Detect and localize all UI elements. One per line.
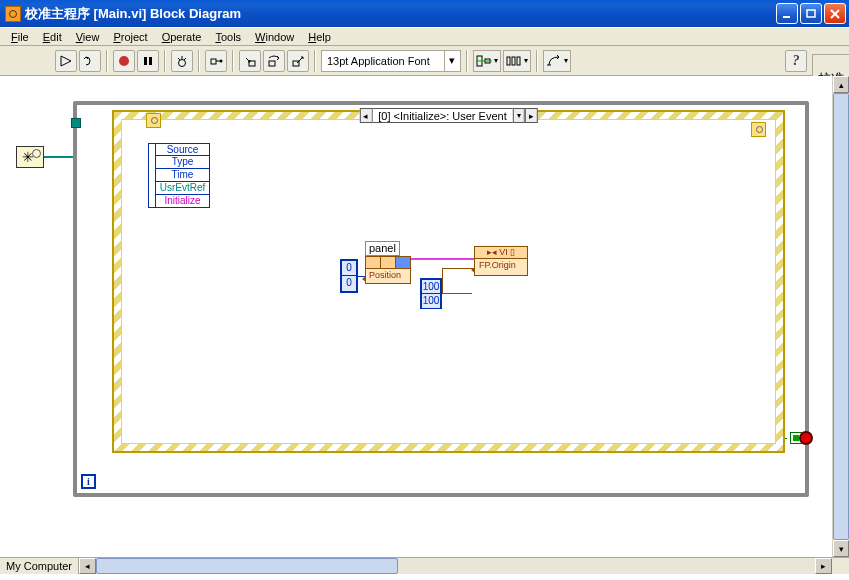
svg-rect-0 <box>783 16 790 18</box>
wire <box>442 268 474 269</box>
chevron-down-icon: ▾ <box>444 51 458 71</box>
wire <box>442 268 443 293</box>
svg-point-5 <box>179 59 186 66</box>
menu-edit[interactable]: Edit <box>36 28 69 46</box>
font-selector[interactable]: 13pt Application Font▾ <box>321 50 461 72</box>
event-structure[interactable]: ◂ [0] <Initialize>: User Event ▾ ▸ Sourc… <box>112 110 785 453</box>
title-bar: 校准主程序 [Main.vi] Block Diagram <box>0 0 849 27</box>
case-dropdown-button[interactable]: ▾ <box>513 108 525 123</box>
cluster-constant-zero[interactable]: 0 0 <box>340 259 358 293</box>
status-bar: My Computer ◂ ▸ <box>0 557 849 574</box>
dynamic-event-terminal-right[interactable] <box>751 122 766 137</box>
event-field[interactable]: Initialize <box>155 195 210 208</box>
scroll-up-button[interactable]: ▴ <box>833 76 849 93</box>
scroll-corner <box>832 558 849 574</box>
abort-button[interactable] <box>113 50 135 72</box>
scroll-track[interactable] <box>96 558 815 574</box>
constant-value: 0 <box>342 276 356 291</box>
vertical-scrollbar[interactable]: ▴ ▾ <box>832 76 849 557</box>
event-case-selector[interactable]: ◂ [0] <Initialize>: User Event ▾ ▸ <box>359 108 537 123</box>
cluster-constant-hundred[interactable]: 100 100 <box>420 278 442 309</box>
panel-refnum-label: panel <box>365 241 400 256</box>
iteration-terminal[interactable]: i <box>81 474 96 489</box>
step-out-button[interactable] <box>287 50 309 72</box>
run-continuous-button[interactable] <box>79 50 101 72</box>
context-label: My Computer <box>6 560 72 572</box>
property-node-vi[interactable]: ▸◂ VI ▯ FP.Origin <box>474 246 528 276</box>
menu-help[interactable]: Help <box>301 28 338 46</box>
svg-rect-4 <box>149 57 152 65</box>
pause-button[interactable] <box>137 50 159 72</box>
close-button[interactable] <box>824 3 846 24</box>
event-structure-inner <box>121 119 776 444</box>
stop-icon <box>799 431 813 445</box>
event-data-bracket <box>148 143 155 208</box>
cleanup-button[interactable]: ▾ <box>543 50 571 72</box>
window-title: 校准主程序 [Main.vi] Block Diagram <box>25 5 776 23</box>
property-node-panel[interactable]: Position <box>365 256 411 284</box>
retain-wire-button[interactable] <box>205 50 227 72</box>
svg-rect-14 <box>507 57 510 65</box>
dynamic-event-terminal-left[interactable] <box>146 113 161 128</box>
tunnel[interactable] <box>71 118 81 128</box>
svg-rect-9 <box>269 61 275 66</box>
svg-rect-16 <box>517 57 520 65</box>
scroll-right-button[interactable]: ▸ <box>815 558 832 574</box>
event-field[interactable]: Source <box>155 143 210 156</box>
vi-node-header: ▸◂ VI ▯ <box>475 247 527 259</box>
while-loop[interactable]: i ◂ [0] <Initialize>: User Event ▾ ▸ Sou… <box>73 101 809 497</box>
minimize-button[interactable] <box>776 3 798 24</box>
step-into-button[interactable] <box>239 50 261 72</box>
constant-value: 100 <box>422 294 440 308</box>
svg-rect-6 <box>211 59 216 64</box>
menu-operate[interactable]: Operate <box>155 28 209 46</box>
scroll-thumb[interactable] <box>833 93 849 540</box>
constant-value: 0 <box>342 261 356 276</box>
scroll-down-button[interactable]: ▾ <box>833 540 849 557</box>
font-label: 13pt Application Font <box>324 55 444 67</box>
event-field[interactable]: Type <box>155 156 210 169</box>
horizontal-scrollbar[interactable]: ◂ ▸ <box>79 558 832 574</box>
menu-bar: File Edit View Project Operate Tools Win… <box>0 27 849 46</box>
svg-rect-1 <box>807 10 815 17</box>
svg-rect-15 <box>512 57 515 65</box>
menu-tools[interactable]: Tools <box>208 28 248 46</box>
scroll-track[interactable] <box>833 93 849 540</box>
maximize-button[interactable] <box>800 3 822 24</box>
event-data-node[interactable]: Source Type Time UsrEvtRef Initialize <box>155 143 210 208</box>
event-field[interactable]: UsrEvtRef <box>155 182 210 195</box>
next-case-button[interactable]: ▸ <box>525 108 538 123</box>
property-name: Position <box>366 269 410 283</box>
wire <box>442 293 472 294</box>
svg-point-2 <box>119 56 129 66</box>
toolbar: 13pt Application Font▾ ▾ ▾ ▾ ? <box>0 46 849 76</box>
prev-case-button[interactable]: ◂ <box>359 108 372 123</box>
align-objects-button[interactable]: ▾ <box>473 50 501 72</box>
scroll-thumb[interactable] <box>96 558 398 574</box>
menu-project[interactable]: Project <box>106 28 154 46</box>
context-help-button[interactable]: ? <box>785 50 807 72</box>
menu-view[interactable]: View <box>69 28 107 46</box>
register-events-node[interactable] <box>16 146 44 168</box>
svg-point-7 <box>220 59 223 62</box>
event-field[interactable]: Time <box>155 169 210 182</box>
highlight-exec-button[interactable] <box>171 50 193 72</box>
event-case-label: [0] <Initialize>: User Event <box>372 108 512 123</box>
constant-value: 100 <box>422 280 440 294</box>
distribute-objects-button[interactable]: ▾ <box>503 50 531 72</box>
run-button[interactable] <box>55 50 77 72</box>
wire <box>411 258 474 260</box>
menu-file[interactable]: File <box>4 28 36 46</box>
property-name: FP.Origin <box>475 259 527 273</box>
scroll-left-button[interactable]: ◂ <box>79 558 96 574</box>
wire <box>358 276 365 277</box>
app-icon <box>5 6 21 22</box>
block-diagram-canvas[interactable]: i ◂ [0] <Initialize>: User Event ▾ ▸ Sou… <box>0 76 849 557</box>
context-cell[interactable]: My Computer <box>0 558 79 574</box>
step-over-button[interactable] <box>263 50 285 72</box>
svg-rect-3 <box>144 57 147 65</box>
menu-window[interactable]: Window <box>248 28 301 46</box>
